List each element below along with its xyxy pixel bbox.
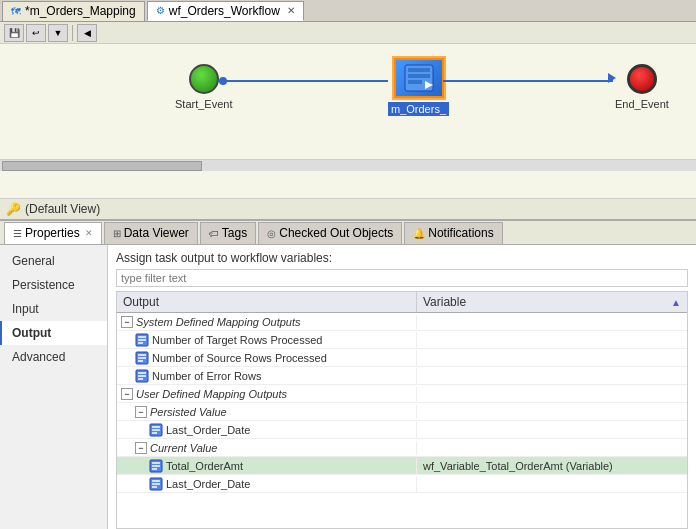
- row-variable: [417, 411, 687, 413]
- props-tab-bar: ☰ Properties ✕ ⊞ Data Viewer 🏷 Tags ◎ Ch…: [0, 221, 696, 245]
- expand-icon[interactable]: −: [121, 316, 133, 328]
- task-icon: [403, 63, 435, 93]
- row-variable: [417, 357, 687, 359]
- tab-mapping[interactable]: 🗺 *m_Orders_Mapping: [2, 1, 145, 21]
- properties-tab-close[interactable]: ✕: [85, 228, 93, 238]
- workflow-canvas[interactable]: Start_Event m_Orders_ End_Event: [0, 44, 696, 159]
- table-row: Total_OrderAmt wf_Variable_Total_OrderAm…: [117, 457, 687, 475]
- main-tab-bar: 🗺 *m_Orders_Mapping ⚙ wf_Orders_Workflow…: [0, 0, 696, 22]
- tab-checked-out[interactable]: ◎ Checked Out Objects: [258, 222, 402, 244]
- row-output: Last_Order_Date: [117, 476, 417, 492]
- checked-out-tab-icon: ◎: [267, 228, 276, 239]
- row-label: System Defined Mapping Outputs: [136, 316, 300, 328]
- tab-close-icon[interactable]: ✕: [287, 5, 295, 16]
- col-output-header: Output: [117, 292, 417, 312]
- table-row: − Persisted Value: [117, 403, 687, 421]
- tab-workflow-label: wf_Orders_Workflow: [169, 4, 280, 18]
- tab-data-viewer[interactable]: ⊞ Data Viewer: [104, 222, 198, 244]
- row-variable: [417, 339, 687, 341]
- row-variable: [417, 393, 687, 395]
- mapping-icon: [149, 423, 163, 437]
- dropdown-button[interactable]: ▼: [48, 24, 68, 42]
- nav-general[interactable]: General: [0, 249, 107, 273]
- h-scrollbar-thumb[interactable]: [2, 161, 202, 171]
- mapping-icon: [135, 369, 149, 383]
- task-node[interactable]: m_Orders_: [388, 58, 449, 116]
- row-label: Persisted Value: [150, 406, 227, 418]
- props-content: General Persistence Input Output Advance…: [0, 245, 696, 529]
- workflow-tab-icon: ⚙: [156, 5, 165, 16]
- collapse-button[interactable]: ◀: [77, 24, 97, 42]
- row-label: Number of Error Rows: [152, 370, 261, 382]
- row-variable: wf_Variable_Total_OrderAmt (Variable): [417, 459, 687, 473]
- assign-label: Assign task output to workflow variables…: [108, 245, 696, 269]
- properties-tab-label: Properties: [25, 226, 80, 240]
- mapping-icon: [149, 459, 163, 473]
- svg-rect-3: [408, 80, 422, 84]
- table-row: Last_Order_Date: [117, 475, 687, 493]
- end-circle: [627, 64, 657, 94]
- properties-tab-icon: ☰: [13, 228, 22, 239]
- save-button[interactable]: 💾: [4, 24, 24, 42]
- col-variable-header: Variable ▲: [417, 292, 687, 312]
- row-label: User Defined Mapping Outputs: [136, 388, 287, 400]
- filter-input[interactable]: [116, 269, 688, 287]
- table-row: Number of Error Rows: [117, 367, 687, 385]
- start-event-node[interactable]: Start_Event: [175, 64, 232, 110]
- expand-icon[interactable]: −: [121, 388, 133, 400]
- row-label: Total_OrderAmt: [166, 460, 243, 472]
- tags-tab-label: Tags: [222, 226, 247, 240]
- row-variable: [417, 483, 687, 485]
- table-row: − User Defined Mapping Outputs: [117, 385, 687, 403]
- view-label: (Default View): [25, 202, 100, 216]
- row-output: Number of Error Rows: [117, 368, 417, 384]
- row-variable: [417, 375, 687, 377]
- task-box[interactable]: [394, 58, 444, 98]
- row-label: Current Value: [150, 442, 217, 454]
- data-table[interactable]: Output Variable ▲ − System Defined Mappi…: [116, 291, 688, 529]
- mapping-icon: [135, 333, 149, 347]
- row-variable: [417, 429, 687, 431]
- start-circle: [189, 64, 219, 94]
- diagram-canvas: Start_Event m_Orders_ End_Event: [0, 44, 696, 199]
- table-header: Output Variable ▲: [117, 292, 687, 313]
- row-output: − Persisted Value: [117, 405, 417, 419]
- mapping-icon: [149, 477, 163, 491]
- start-event-label: Start_Event: [175, 98, 232, 110]
- row-output: Number of Source Rows Processed: [117, 350, 417, 366]
- toolbar-separator: [72, 25, 73, 41]
- nav-input[interactable]: Input: [0, 297, 107, 321]
- tab-properties[interactable]: ☰ Properties ✕: [4, 222, 102, 244]
- nav-advanced[interactable]: Advanced: [0, 345, 107, 369]
- sort-icon[interactable]: ▲: [671, 297, 681, 308]
- tab-workflow[interactable]: ⚙ wf_Orders_Workflow ✕: [147, 1, 304, 21]
- row-output: Number of Target Rows Processed: [117, 332, 417, 348]
- table-row: − Current Value: [117, 439, 687, 457]
- svg-rect-1: [408, 68, 430, 72]
- left-nav: General Persistence Input Output Advance…: [0, 245, 108, 529]
- properties-panel: ☰ Properties ✕ ⊞ Data Viewer 🏷 Tags ◎ Ch…: [0, 221, 696, 529]
- expand-icon[interactable]: −: [135, 442, 147, 454]
- tab-notifications[interactable]: 🔔 Notifications: [404, 222, 502, 244]
- checked-out-tab-label: Checked Out Objects: [279, 226, 393, 240]
- tab-tags[interactable]: 🏷 Tags: [200, 222, 256, 244]
- row-output: Last_Order_Date: [117, 422, 417, 438]
- row-variable: [417, 321, 687, 323]
- row-output: − User Defined Mapping Outputs: [117, 387, 417, 401]
- connector-task-end: [443, 80, 613, 82]
- data-viewer-tab-label: Data Viewer: [124, 226, 189, 240]
- nav-output[interactable]: Output: [0, 321, 107, 345]
- task-label: m_Orders_: [388, 102, 449, 116]
- row-output: − System Defined Mapping Outputs: [117, 315, 417, 329]
- row-label: Last_Order_Date: [166, 424, 250, 436]
- nav-persistence[interactable]: Persistence: [0, 273, 107, 297]
- expand-icon[interactable]: −: [135, 406, 147, 418]
- mapping-tab-icon: 🗺: [11, 6, 21, 17]
- table-row: − System Defined Mapping Outputs: [117, 313, 687, 331]
- h-scrollbar[interactable]: [0, 159, 696, 171]
- notifications-tab-label: Notifications: [428, 226, 493, 240]
- table-row: Last_Order_Date: [117, 421, 687, 439]
- undo-button[interactable]: ↩: [26, 24, 46, 42]
- notifications-tab-icon: 🔔: [413, 228, 425, 239]
- end-event-node[interactable]: End_Event: [615, 64, 669, 110]
